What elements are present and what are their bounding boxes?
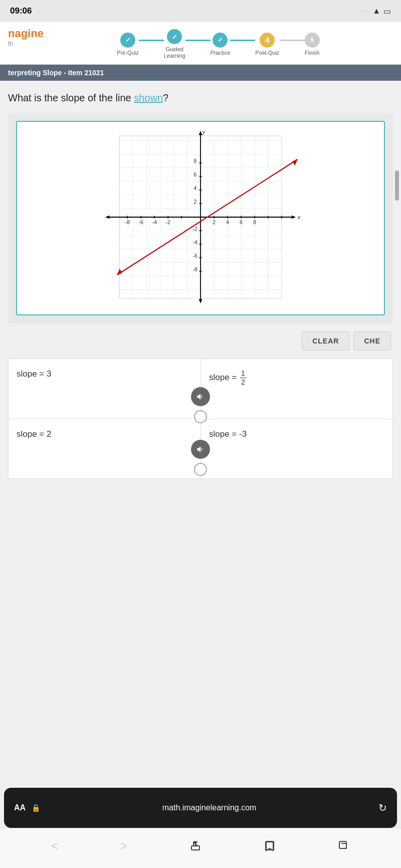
svg-text:-4: -4 [192, 239, 197, 245]
svg-text:-4: -4 [152, 219, 157, 225]
answers-wrapper: slope = 3 slope = 12 slope = 2 slope = -… [8, 359, 393, 479]
svg-text:8: 8 [193, 158, 196, 164]
answer-option-d[interactable]: slope = -3 [200, 419, 393, 479]
answer-label-d: slope = -3 [209, 429, 247, 439]
svg-text:-6: -6 [192, 253, 197, 259]
refresh-button[interactable]: ↻ [378, 802, 387, 814]
connector-2-3 [185, 40, 211, 41]
svg-text:-2: -2 [165, 219, 170, 225]
svg-text:6: 6 [240, 219, 243, 225]
control-row-1 [191, 387, 210, 423]
clear-button[interactable]: CLEAR [302, 331, 349, 351]
svg-marker-4 [106, 216, 109, 219]
svg-marker-6 [198, 131, 202, 135]
back-button[interactable]: < [41, 834, 68, 858]
home-indicator [0, 863, 401, 868]
status-time: 09:06 [10, 6, 32, 16]
speaker-icon-1 [196, 392, 205, 401]
scroll-indicator[interactable] [395, 170, 399, 201]
browser-bar: AA 🔒 math.imaginelearning.com ↻ [4, 788, 397, 828]
breadcrumb-text: terpreting Slope - Item 21021 [8, 69, 104, 77]
graph-svg: -8 -6 -4 -2 2 4 6 8 x 8 6 4 2 -2 -4 -6 [22, 127, 379, 309]
step-circle-3: ✓ [213, 33, 228, 48]
connector-3-4 [230, 40, 255, 41]
question-highlight: shown [134, 92, 163, 103]
step-circle-4: 4 [260, 33, 275, 48]
svg-rect-48 [191, 846, 199, 850]
question-prefix: What is the slope of the line [8, 92, 134, 103]
audio-button-1[interactable] [191, 387, 210, 406]
answer-label-b: slope = 12 [209, 373, 246, 382]
font-size-button[interactable]: AA [14, 803, 26, 812]
step-circle-2: ✓ [167, 29, 182, 44]
svg-rect-49 [339, 841, 346, 848]
buttons-row: CLEAR CHE [8, 331, 393, 351]
bottom-area: AA 🔒 math.imaginelearning.com ↻ < > [0, 783, 401, 868]
step-label-3: Practice [211, 50, 231, 56]
app-header: nagine th ✓ Pre-Quiz ✓ GuidedLearning ✓ … [0, 22, 401, 65]
svg-marker-7 [198, 299, 202, 303]
url-bar[interactable]: math.imaginelearning.com [46, 803, 372, 812]
answer-label-c: slope = 2 [17, 429, 51, 439]
control-row-2 [191, 440, 210, 476]
check-button[interactable]: CHE [353, 331, 391, 351]
step-practice: ✓ Practice [211, 33, 231, 56]
signal-dots: ···· [360, 9, 369, 14]
graph-container: -8 -6 -4 -2 2 4 6 8 x 8 6 4 2 -2 -4 -6 [8, 113, 393, 323]
answer-label-a: slope = 3 [17, 369, 51, 379]
step-label-2: GuidedLearning [164, 46, 185, 59]
step-pre-quiz: ✓ Pre-Quiz [117, 33, 138, 56]
share-icon [189, 840, 202, 852]
step-circle-5: 5 [305, 33, 320, 48]
svg-text:-6: -6 [138, 219, 143, 225]
graph-inner: -8 -6 -4 -2 2 4 6 8 x 8 6 4 2 -2 -4 -6 [16, 121, 385, 315]
battery-icon: ▭ [383, 7, 391, 16]
status-icons: ···· ▲ ▭ [360, 7, 391, 16]
tabs-button[interactable] [328, 835, 360, 857]
fraction-half: 12 [240, 369, 246, 387]
svg-marker-46 [293, 159, 298, 166]
main-content: What is the slope of the line shown? [0, 81, 401, 783]
svg-text:6: 6 [193, 171, 196, 178]
wifi-icon: ▲ [372, 7, 380, 16]
lock-icon: 🔒 [32, 804, 40, 812]
step-post-quiz: 4 Post-Quiz [255, 33, 279, 56]
breadcrumb-bar: terpreting Slope - Item 21021 [0, 65, 401, 81]
step-circle-1: ✓ [120, 33, 135, 48]
bookmark-icon [264, 840, 276, 852]
svg-text:y: y [202, 129, 206, 135]
svg-text:2: 2 [213, 219, 216, 225]
header-top: nagine th ✓ Pre-Quiz ✓ GuidedLearning ✓ … [0, 27, 401, 64]
connector-4-5 [280, 40, 305, 41]
step-label-5: Finish [305, 50, 319, 56]
question-text: What is the slope of the line shown? [8, 91, 393, 105]
progress-steps: ✓ Pre-Quiz ✓ GuidedLearning ✓ Practice 4… [44, 27, 393, 59]
svg-marker-3 [292, 216, 295, 219]
speaker-icon-2 [196, 445, 205, 454]
logo-area: nagine th [8, 27, 44, 47]
svg-text:-8: -8 [192, 266, 197, 272]
svg-text:x: x [297, 214, 301, 220]
logo-sub: th [8, 40, 44, 47]
svg-text:2: 2 [193, 199, 196, 205]
connector-1-2 [139, 40, 164, 41]
step-label-4: Post-Quiz [255, 50, 279, 56]
coordinate-graph: -8 -6 -4 -2 2 4 6 8 x 8 6 4 2 -2 -4 -6 [22, 127, 379, 307]
svg-text:4: 4 [193, 185, 196, 191]
forward-button[interactable]: > [110, 834, 137, 858]
answer-option-b[interactable]: slope = 12 [200, 359, 393, 419]
share-button[interactable] [179, 835, 212, 857]
answer-option-c[interactable]: slope = 2 [8, 419, 200, 479]
tabs-icon [338, 840, 350, 852]
svg-text:-8: -8 [125, 219, 130, 225]
answer-option-a[interactable]: slope = 3 [8, 359, 200, 419]
svg-text:8: 8 [253, 219, 256, 225]
status-bar: 09:06 ···· ▲ ▭ [0, 0, 401, 22]
question-suffix: ? [163, 92, 168, 103]
radio-button-ab[interactable] [194, 410, 207, 423]
browser-nav-bar: < > [0, 828, 401, 863]
svg-text:4: 4 [226, 219, 229, 225]
audio-button-2[interactable] [191, 440, 210, 459]
bookmarks-button[interactable] [254, 835, 286, 857]
radio-button-cd[interactable] [194, 463, 207, 476]
